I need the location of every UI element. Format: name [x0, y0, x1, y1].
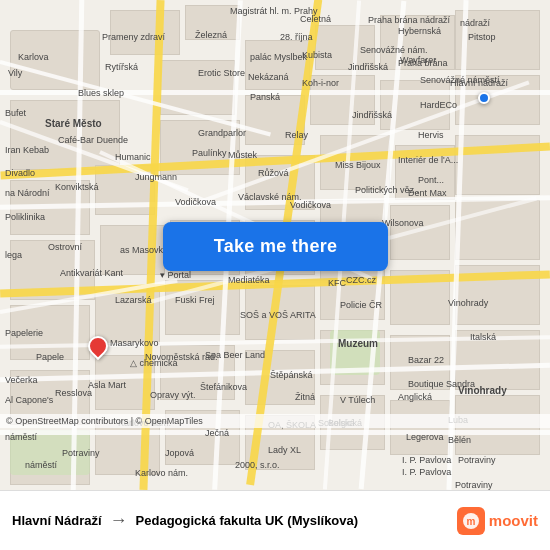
moovit-icon: m: [457, 507, 485, 535]
pin-circle: [84, 332, 112, 360]
moovit-text: moovit: [489, 512, 538, 529]
map-attribution: © OpenStreetMap contributors | © OpenMap…: [0, 414, 550, 428]
route-from: Hlavní Nádraží: [12, 513, 102, 528]
route-to: Pedagogická fakulta UK (Myslíkova): [136, 513, 359, 528]
route-arrow: →: [110, 510, 128, 531]
moovit-logo: m moovit: [457, 507, 538, 535]
route-info: Hlavní Nádraží → Pedagogická fakulta UK …: [12, 510, 358, 531]
destination-marker: [478, 92, 490, 104]
location-pin: [88, 336, 108, 360]
take-me-there-button[interactable]: Take me there: [163, 222, 388, 271]
map-container: Staré Město Konviktská Karlova Ostrovní …: [0, 0, 550, 490]
svg-text:m: m: [466, 516, 475, 527]
moovit-icon-svg: m: [462, 512, 480, 530]
bottom-bar: Hlavní Nádraží → Pedagogická fakulta UK …: [0, 490, 550, 550]
